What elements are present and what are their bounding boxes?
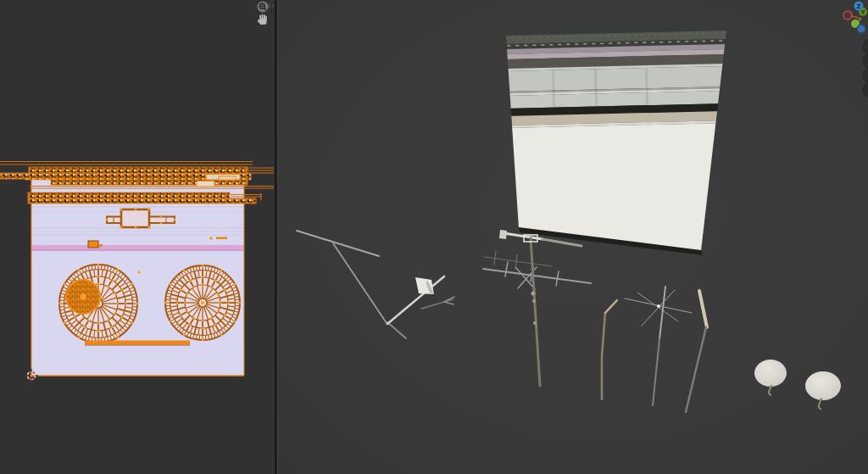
antenna-parts-objects[interactable] (297, 230, 707, 412)
svg-text:Z: Z (856, 3, 860, 10)
navigation-axis-gizmo[interactable]: YZ (843, 2, 867, 34)
uv-pan-hand-icon[interactable] (257, 14, 266, 25)
satellite-dish-objects[interactable] (754, 360, 841, 410)
billboard-wall-object[interactable] (496, 25, 743, 264)
viewport-nav-icons[interactable] (863, 39, 868, 98)
uv-zoom-tool-icon[interactable] (258, 2, 269, 13)
editor-corner-chevrons-icon[interactable] (269, 4, 274, 8)
blender-window: { "app": {"layout": "uv-editor-left-3d-v… (0, 0, 868, 474)
